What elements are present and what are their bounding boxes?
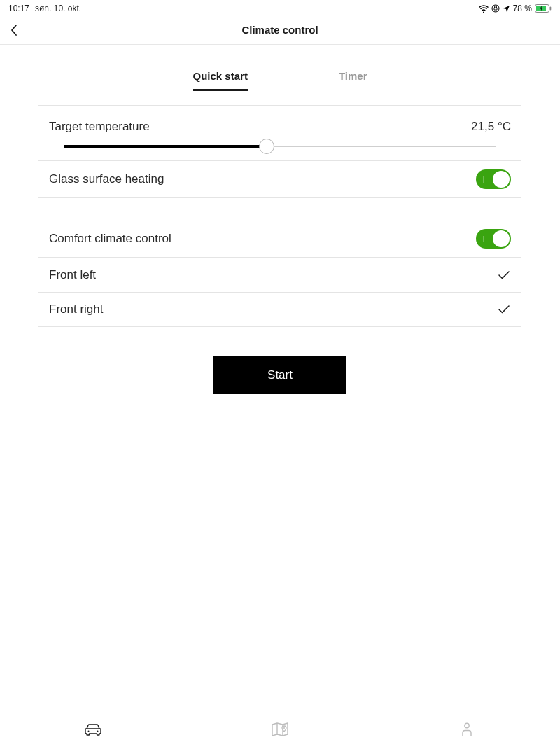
tab-quick-start[interactable]: Quick start bbox=[193, 70, 248, 91]
battery-icon bbox=[535, 4, 552, 13]
status-bar: 10:17 søn. 10. okt. 78 % bbox=[0, 0, 560, 15]
front-right-label: Front right bbox=[49, 302, 103, 316]
status-time: 10:17 bbox=[8, 4, 29, 13]
comfort-climate-toggle[interactable]: | bbox=[476, 229, 511, 249]
glass-heating-row: Glass surface heating | bbox=[38, 160, 522, 198]
glass-heating-label: Glass surface heating bbox=[49, 172, 164, 186]
wifi-icon bbox=[479, 5, 489, 13]
user-icon bbox=[461, 722, 472, 736]
section-gap bbox=[38, 198, 522, 221]
battery-percent: 78 % bbox=[513, 4, 532, 13]
chevron-left-icon bbox=[10, 24, 18, 36]
tab-timer[interactable]: Timer bbox=[339, 70, 368, 91]
temperature-slider[interactable] bbox=[38, 139, 522, 160]
bottom-nav bbox=[0, 711, 560, 747]
toggle-on-indicator: | bbox=[483, 235, 484, 242]
slider-track-fill bbox=[64, 145, 267, 148]
front-left-row[interactable]: Front left bbox=[38, 257, 522, 292]
tabs: Quick start Timer bbox=[0, 70, 560, 91]
start-button[interactable]: Start bbox=[214, 356, 346, 394]
checkmark-icon bbox=[497, 302, 511, 316]
location-icon bbox=[503, 5, 510, 13]
app-header: Climate control bbox=[0, 15, 560, 45]
status-bar-right: 78 % bbox=[479, 4, 552, 13]
toggle-knob bbox=[493, 230, 510, 247]
comfort-climate-label: Comfort climate control bbox=[49, 232, 172, 246]
status-date: søn. 10. okt. bbox=[35, 4, 81, 13]
glass-heating-toggle[interactable]: | bbox=[476, 169, 511, 189]
toggle-knob bbox=[493, 171, 510, 188]
target-temperature-row: Target temperature 21,5 °C bbox=[38, 106, 522, 139]
toggle-on-indicator: | bbox=[483, 176, 484, 183]
svg-point-5 bbox=[97, 730, 99, 732]
content-area: Target temperature 21,5 °C Glass surface… bbox=[38, 105, 522, 394]
comfort-climate-row: Comfort climate control | bbox=[38, 221, 522, 257]
nav-profile[interactable] bbox=[446, 715, 488, 743]
car-icon bbox=[84, 723, 102, 736]
target-temperature-value: 21,5 °C bbox=[471, 120, 511, 134]
svg-point-6 bbox=[284, 727, 285, 729]
svg-point-7 bbox=[464, 723, 468, 727]
nav-map[interactable] bbox=[259, 715, 301, 743]
target-temperature-label: Target temperature bbox=[49, 120, 150, 134]
back-button[interactable] bbox=[10, 24, 18, 36]
checkmark-icon bbox=[497, 268, 511, 282]
slider-thumb[interactable] bbox=[259, 139, 274, 154]
rotation-lock-icon bbox=[491, 4, 500, 13]
page-title: Climate control bbox=[0, 24, 560, 36]
front-left-label: Front left bbox=[49, 268, 96, 282]
map-pin-icon bbox=[271, 722, 289, 737]
svg-rect-3 bbox=[550, 7, 552, 11]
svg-point-4 bbox=[88, 730, 90, 732]
status-bar-left: 10:17 søn. 10. okt. bbox=[8, 4, 81, 13]
nav-vehicle[interactable] bbox=[72, 715, 114, 743]
front-right-row[interactable]: Front right bbox=[38, 292, 522, 327]
